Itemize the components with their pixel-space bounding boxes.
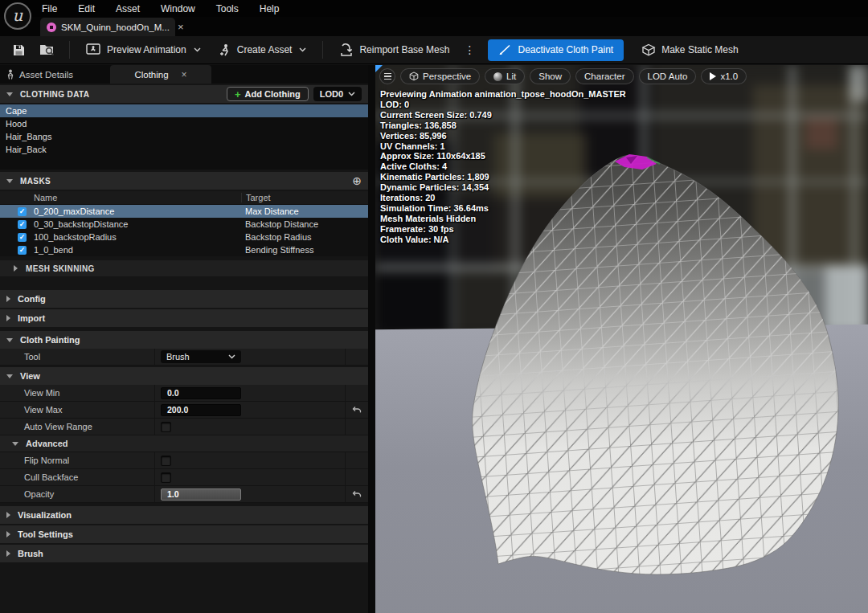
mask-name: 0_200_maxDistance <box>34 206 241 216</box>
clothing-item-hair-bangs[interactable]: Hair_Bangs <box>0 130 368 143</box>
clothing-asset-list: Cape Hood Hair_Bangs Hair_Back <box>0 104 368 170</box>
menu-edit[interactable]: Edit <box>78 3 95 14</box>
mask-row-backstop-distance[interactable]: ✓ 0_30_backstopDistance Backstop Distanc… <box>0 218 368 231</box>
panel-splitter[interactable] <box>368 65 375 613</box>
cull-backface-checkbox[interactable] <box>161 472 171 483</box>
stat-cloth-value: Cloth Value: N/A <box>380 235 626 245</box>
checkbox-checked[interactable]: ✓ <box>18 233 27 242</box>
advanced-header[interactable]: Advanced <box>0 435 368 452</box>
flip-normal-checkbox[interactable] <box>161 456 171 466</box>
expander-down-icon[interactable] <box>12 442 18 446</box>
mask-row-backstop-radius[interactable]: ✓ 100_backstopRadius Backstop Radius <box>0 231 368 243</box>
add-mask-icon[interactable]: ⊕ <box>352 174 362 187</box>
preview-animation-button[interactable]: Preview Animation <box>81 39 206 60</box>
checkbox-checked[interactable]: ✓ <box>18 246 27 255</box>
create-asset-icon <box>219 43 231 57</box>
tab-close-icon[interactable]: × <box>178 23 184 31</box>
view-max-input[interactable]: 200.0 <box>161 404 241 416</box>
3d-viewport[interactable]: Perspective Lit Show Character LOD Auto <box>375 65 868 613</box>
chevron-down-icon <box>194 47 201 52</box>
auto-view-range-checkbox[interactable] <box>161 422 171 432</box>
clothing-item-label: Cape <box>6 106 27 116</box>
visualization-header[interactable]: Visualization <box>0 506 368 524</box>
reset-to-default-icon[interactable] <box>352 406 362 415</box>
cloth-painting-header[interactable]: Cloth Painting <box>0 331 368 349</box>
opacity-slider-input[interactable]: 1.0 <box>161 488 241 501</box>
playback-speed-label: x1.0 <box>720 72 738 81</box>
menu-tools[interactable]: Tools <box>216 3 239 14</box>
folder-search-icon <box>39 43 55 57</box>
menu-asset[interactable]: Asset <box>116 3 140 14</box>
menu-window[interactable]: Window <box>161 3 195 14</box>
clothing-data-header[interactable]: CLOTHING DATA + Add Clothing LOD0 <box>0 85 368 103</box>
expander-right-icon[interactable] <box>6 315 10 321</box>
show-dropdown[interactable]: Show <box>530 68 571 84</box>
unreal-logo[interactable]: u <box>4 2 31 30</box>
tool-settings-header[interactable]: Tool Settings <box>0 525 368 543</box>
config-header[interactable]: Config <box>0 290 368 308</box>
view-min-input[interactable]: 0.0 <box>161 387 241 399</box>
lit-dropdown[interactable]: Lit <box>485 68 525 84</box>
create-asset-button[interactable]: Create Asset <box>214 39 312 60</box>
checkbox-checked[interactable]: ✓ <box>18 207 27 216</box>
brush-title: Brush <box>18 549 43 558</box>
expander-right-icon[interactable] <box>6 512 10 518</box>
view-title: View <box>20 371 40 381</box>
character-dropdown[interactable]: Character <box>575 68 634 84</box>
mesh-skinning-title: MESH SKINNING <box>26 264 95 273</box>
stat-lod: LOD: 0 <box>380 100 626 110</box>
reset-to-default-icon[interactable] <box>352 490 362 499</box>
stat-uv-channels: UV Channels: 1 <box>380 141 626 152</box>
expander-right-icon[interactable] <box>6 531 10 537</box>
mask-row-max-distance[interactable]: ✓ 0_200_maxDistance Max Distance <box>0 205 368 218</box>
clothing-item-hair-back[interactable]: Hair_Back <box>0 143 368 156</box>
stat-approx-size: Approx Size: 110x64x185 <box>380 151 626 161</box>
reimport-base-mesh-button[interactable]: Reimport Base Mesh <box>334 39 454 60</box>
save-button[interactable] <box>8 40 29 59</box>
mask-name: 1_0_bend <box>34 245 241 255</box>
reimport-options-kebab[interactable]: ⋮ <box>462 43 477 56</box>
flip-normal-row: Flip Normal <box>0 452 368 469</box>
asset-editor-tab[interactable]: SKM_Quinn_hoodOn_M... × <box>40 18 175 36</box>
expander-down-icon[interactable] <box>6 92 13 96</box>
mesh-skinning-header[interactable]: MESH SKINNING <box>0 260 368 276</box>
asset-toolbar: Preview Animation Create Asset Reimport … <box>0 36 868 64</box>
masks-table-header: Name Target <box>0 191 368 205</box>
checkbox-checked[interactable]: ✓ <box>18 220 27 229</box>
brush-header[interactable]: Brush <box>0 545 368 562</box>
clothing-item-cape[interactable]: Cape <box>0 104 368 117</box>
expander-right-icon[interactable] <box>6 550 10 557</box>
mask-row-bend[interactable]: ✓ 1_0_bend Bending Stiffness <box>0 243 368 256</box>
opacity-value: 1.0 <box>167 489 179 499</box>
viewport-focus-indicator <box>375 65 383 72</box>
tab-clothing[interactable]: Clothing × <box>110 65 211 84</box>
menu-file[interactable]: File <box>42 3 57 14</box>
tab-bar: SKM_Quinn_hoodOn_M... × <box>0 17 868 36</box>
perspective-dropdown[interactable]: Perspective <box>400 68 480 84</box>
plus-icon: + <box>235 88 241 100</box>
expander-down-icon[interactable] <box>6 338 13 342</box>
config-title: Config <box>18 294 46 304</box>
import-header[interactable]: Import <box>0 309 368 327</box>
clothing-item-hood[interactable]: Hood <box>0 117 368 130</box>
lod-dropdown[interactable]: LOD0 <box>313 87 362 101</box>
menu-help[interactable]: Help <box>260 3 280 14</box>
expander-down-icon[interactable] <box>6 179 13 183</box>
tool-dropdown[interactable]: Brush <box>161 350 241 363</box>
expander-right-icon[interactable] <box>6 296 10 302</box>
tab-asset-details[interactable]: Asset Details <box>6 65 73 84</box>
masks-header[interactable]: MASKS ⊕ <box>0 172 368 190</box>
lod-auto-dropdown[interactable]: LOD Auto <box>639 68 697 84</box>
view-header[interactable]: View <box>0 367 368 385</box>
mask-target: Backstop Radius <box>241 232 368 242</box>
view-max-row: View Max 200.0 <box>0 402 368 419</box>
expander-right-icon[interactable] <box>14 265 18 272</box>
add-clothing-button[interactable]: + Add Clothing <box>227 87 309 101</box>
make-static-mesh-button[interactable]: Make Static Mesh <box>637 39 743 60</box>
clothing-tab-close-icon[interactable]: × <box>182 69 187 80</box>
expander-down-icon[interactable] <box>6 374 13 378</box>
unreal-editor-window: File Edit Asset Window Tools Help u SKM_… <box>0 0 868 613</box>
browse-to-asset-button[interactable] <box>37 40 58 59</box>
deactivate-cloth-paint-button[interactable]: Deactivate Cloth Paint <box>488 39 624 61</box>
playback-speed-button[interactable]: x1.0 <box>701 68 747 84</box>
